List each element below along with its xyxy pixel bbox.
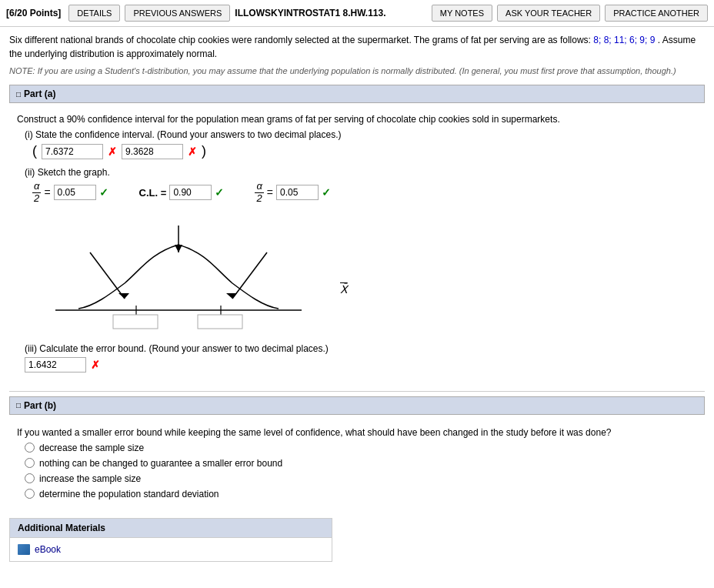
- my-notes-button[interactable]: MY NOTES: [432, 5, 492, 22]
- graph-area: X̄: [32, 210, 697, 336]
- sub-i-label: (i) State the confidence interval. (Roun…: [25, 129, 697, 140]
- radio-determine[interactable]: [25, 489, 35, 499]
- alpha-right-formula: α 2 = ✓: [255, 181, 331, 204]
- equals-right: =: [267, 186, 273, 199]
- points-label: [6/20 Points]: [6, 8, 61, 18]
- alpha-right-check: ✓: [322, 186, 331, 199]
- upper-x-mark: ✗: [188, 145, 197, 158]
- top-bar: [6/20 Points] DETAILS PREVIOUS ANSWERS I…: [0, 0, 714, 27]
- graph-section: α 2 = ✓ C.L. = ✓ α: [32, 181, 697, 336]
- radio-nothing[interactable]: [25, 458, 35, 468]
- sub-ii-label: (ii) Sketch the graph.: [25, 167, 697, 178]
- radio-group: decrease the sample size nothing can be …: [25, 443, 697, 499]
- ci-upper-input[interactable]: [122, 144, 183, 159]
- confidence-interval-row: ( ✗ ✗ ): [32, 143, 697, 159]
- lower-x-mark: ✗: [108, 145, 117, 158]
- alpha-frac-right: α 2: [255, 181, 263, 204]
- alpha-frac-left: α 2: [32, 181, 41, 204]
- radio-decrease[interactable]: [25, 443, 35, 453]
- main-content: Six different national brands of chocola…: [0, 27, 714, 568]
- alpha-right-input[interactable]: [276, 185, 319, 200]
- svg-marker-6: [175, 245, 182, 252]
- alpha-left-check: ✓: [99, 186, 108, 199]
- error-x-mark: ✗: [91, 359, 100, 371]
- radio-item-1[interactable]: decrease the sample size: [25, 443, 697, 453]
- details-button[interactable]: DETAILS: [68, 5, 120, 22]
- data-values: 8; 8; 11; 6; 9; 9: [593, 35, 655, 45]
- svg-marker-2: [118, 293, 129, 299]
- additional-materials-body: eBook: [10, 538, 332, 561]
- error-bound-section: ✗: [25, 357, 697, 373]
- part-b-label: Part (b): [24, 400, 56, 411]
- ci-lower-input[interactable]: [42, 144, 103, 159]
- sub-iii-label: (iii) Calculate the error bound. (Round …: [25, 343, 697, 354]
- svg-rect-10: [198, 315, 242, 329]
- alpha-left-formula: α 2 = ✓: [32, 181, 108, 204]
- part-a-label: Part (a): [24, 89, 55, 99]
- cl-check: ✓: [215, 186, 224, 199]
- equals-left: =: [44, 186, 50, 199]
- ebook-icon: [18, 544, 30, 555]
- problem-text: Six different national brands of chocola…: [9, 33, 705, 61]
- part-a-question: Construct a 90% confidence interval for …: [17, 114, 697, 125]
- radio-label-4: determine the population standard deviat…: [39, 489, 219, 499]
- additional-materials: Additional Materials eBook: [9, 518, 332, 562]
- hw-label: ILLOWSKYINTROSTAT1 8.HW.113.: [235, 8, 426, 18]
- practice-another-button[interactable]: PRACTICE ANOTHER: [605, 5, 708, 22]
- part-b-question: If you wanted a smaller error bound whil…: [17, 427, 697, 438]
- part-a-content: Construct a 90% confidence interval for …: [9, 109, 705, 383]
- cl-label: C.L. =: [139, 187, 167, 199]
- collapse-icon-b[interactable]: □: [16, 401, 21, 409]
- note-text: NOTE: If you are using a Student's t-dis…: [9, 65, 705, 77]
- xbar-label: X̄: [340, 283, 348, 296]
- formula-row: α 2 = ✓ C.L. = ✓ α: [32, 181, 697, 204]
- part-b-content: If you wanted a smaller error bound whil…: [9, 421, 705, 506]
- ebook-link[interactable]: eBook: [18, 544, 324, 555]
- part-b-header: □ Part (b): [9, 396, 705, 415]
- part-a-header: □ Part (a): [9, 85, 705, 103]
- svg-rect-9: [113, 315, 158, 329]
- cl-input[interactable]: [169, 185, 212, 200]
- ask-teacher-button[interactable]: ASK YOUR TEACHER: [497, 5, 600, 22]
- close-paren: ): [202, 143, 206, 159]
- open-paren: (: [32, 143, 37, 159]
- svg-marker-4: [226, 293, 237, 299]
- radio-item-3[interactable]: increase the sample size: [25, 473, 697, 484]
- radio-label-3: increase the sample size: [39, 473, 141, 484]
- additional-materials-header: Additional Materials: [10, 519, 332, 538]
- error-bound-input[interactable]: [25, 357, 86, 373]
- radio-label-2: nothing can be changed to guarantee a sm…: [39, 458, 282, 469]
- svg-line-3: [232, 252, 267, 299]
- radio-item-2[interactable]: nothing can be changed to guarantee a sm…: [25, 458, 697, 469]
- svg-line-1: [90, 252, 125, 299]
- radio-item-4[interactable]: determine the population standard deviat…: [25, 489, 697, 499]
- radio-increase[interactable]: [25, 473, 35, 483]
- problem-intro: Six different national brands of chocola…: [9, 35, 591, 45]
- normal-distribution-graph: [32, 210, 325, 333]
- graph-wrapper: [32, 210, 325, 336]
- cl-formula: C.L. = ✓: [139, 185, 225, 200]
- alpha-left-input[interactable]: [54, 185, 96, 200]
- xbar-container: X̄: [340, 283, 348, 296]
- ebook-label: eBook: [35, 544, 61, 555]
- collapse-icon-a[interactable]: □: [16, 90, 21, 99]
- previous-answers-button[interactable]: PREVIOUS ANSWERS: [125, 5, 230, 22]
- radio-label-1: decrease the sample size: [39, 443, 144, 453]
- error-input-row: ✗: [25, 357, 697, 373]
